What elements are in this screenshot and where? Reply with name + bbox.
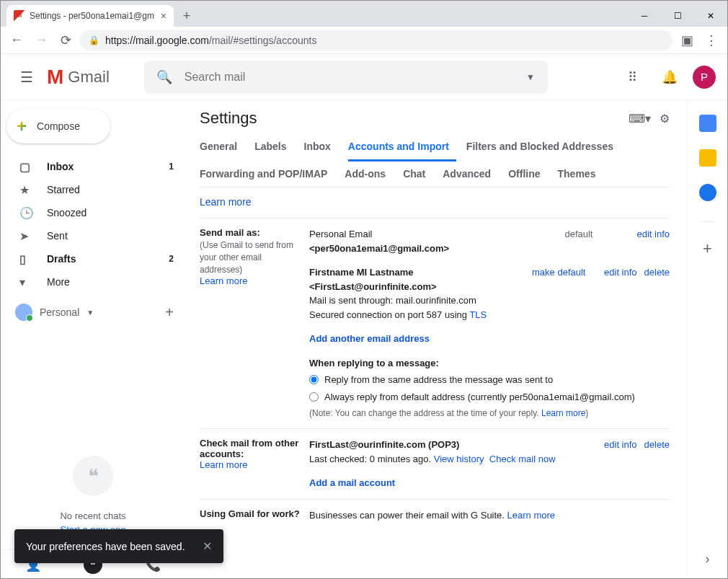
gear-icon[interactable]: ⚙ [660, 112, 670, 125]
section-title: Check mail from other accounts: [200, 438, 301, 459]
tab-filters[interactable]: Filters and Blocked Addresses [466, 133, 621, 161]
section-title: Send mail as: [200, 227, 301, 238]
account-avatar[interactable]: P [693, 66, 716, 89]
hangouts-empty-text: No recent chats [15, 511, 171, 521]
learn-more-link[interactable]: Learn more [200, 459, 247, 470]
calendar-addon-icon[interactable] [699, 115, 716, 132]
tab-labels[interactable]: Labels [254, 133, 293, 161]
tab-offline[interactable]: Offline [508, 161, 547, 187]
main-menu-button[interactable]: ☰ [12, 63, 41, 92]
lock-icon: 🔒 [89, 35, 99, 45]
check-mail-now-link[interactable]: Check mail now [489, 454, 556, 464]
learn-more-link[interactable]: Learn more [507, 510, 555, 521]
browser-toolbar: ← → ⟳ 🔒 https://mail.google.com/mail/#se… [1, 27, 727, 54]
learn-more-link[interactable]: Learn more [200, 196, 252, 208]
star-icon: ★ [19, 183, 34, 197]
tab-addons[interactable]: Add-ons [345, 161, 393, 187]
search-box[interactable]: 🔍 ▼ [144, 61, 548, 94]
default-label: default [564, 227, 636, 255]
hangouts-account-row[interactable]: Personal ▼ + [1, 304, 185, 321]
chat-bubble-icon: ❝ [73, 456, 113, 496]
gmail-logo[interactable]: M Gmail [47, 66, 110, 89]
nav-back-button[interactable]: ← [6, 30, 27, 50]
window-maximize-button[interactable]: ☐ [661, 5, 694, 27]
sidebar-item-label: Snoozed [47, 207, 86, 218]
learn-more-link[interactable]: Learn more [541, 408, 585, 418]
input-tools-icon[interactable]: ⌨▾ [629, 112, 651, 125]
tab-general[interactable]: General [200, 133, 244, 161]
send-icon: ➤ [19, 229, 34, 243]
tab-themes[interactable]: Themes [558, 161, 603, 187]
reply-heading: When replying to a message: [309, 356, 670, 371]
sidebar-item-starred[interactable]: ★ Starred [1, 178, 185, 201]
sidebar-item-drafts[interactable]: ▯ Drafts 2 [1, 247, 185, 270]
account-smtp-detail: Mail is sent through: mail.ourinfinite.c… [309, 293, 532, 308]
make-default-link[interactable]: make default [532, 267, 585, 278]
compose-button[interactable]: + Compose [6, 109, 110, 143]
gmail-m-icon: M [47, 66, 63, 89]
reply-same-address-radio[interactable] [309, 375, 319, 384]
add-mail-account-link[interactable]: Add a mail account [309, 477, 395, 488]
file-icon: ▯ [19, 252, 34, 266]
view-history-link[interactable]: View history [434, 454, 484, 464]
edit-info-link[interactable]: edit info [636, 229, 670, 239]
keep-addon-icon[interactable] [699, 149, 716, 167]
toast-message: Your preferences have been saved. [26, 541, 185, 552]
tab-title: Settings - per50ona1emai1@gm [30, 11, 156, 21]
tab-chat[interactable]: Chat [403, 161, 432, 187]
compose-label: Compose [37, 120, 80, 132]
learn-more-link[interactable]: Learn more [200, 275, 247, 286]
new-tab-button[interactable]: + [177, 6, 197, 26]
sidebar-item-label: Inbox [47, 161, 74, 172]
settings-content: Settings ⌨▾ ⚙ General Labels Inbox Accou… [185, 100, 687, 578]
settings-tabs: General Labels Inbox Accounts and Import… [200, 133, 670, 187]
search-input[interactable] [185, 71, 513, 84]
address-bar[interactable]: 🔒 https://mail.google.com/mail/#settings… [80, 30, 672, 50]
notifications-icon[interactable]: 🔔 [655, 63, 684, 92]
tab-inbox[interactable]: Inbox [304, 133, 338, 161]
tasks-addon-icon[interactable] [699, 184, 716, 201]
chevron-down-icon: ▾ [19, 275, 34, 289]
search-options-icon[interactable]: ▼ [519, 72, 542, 82]
tls-link[interactable]: TLS [469, 309, 487, 320]
reply-default-address-radio[interactable] [309, 392, 319, 402]
section-subtitle: (Use Gmail to send from your other email… [200, 239, 301, 275]
browser-tab[interactable]: Settings - per50ona1emai1@gm × [6, 5, 174, 27]
plus-icon: + [17, 116, 27, 136]
nav-forward-button[interactable]: → [31, 30, 51, 50]
tab-advanced[interactable]: Advanced [443, 161, 498, 187]
add-email-address-link[interactable]: Add another email address [309, 333, 430, 344]
tab-accounts-import[interactable]: Accounts and Import [348, 133, 456, 162]
sidebar-item-sent[interactable]: ➤ Sent [1, 224, 185, 247]
apps-grid-icon[interactable]: ⠿ [618, 63, 647, 92]
browser-profile-icon[interactable]: ▣ [677, 30, 697, 50]
search-icon[interactable]: 🔍 [150, 63, 179, 92]
gsuite-text: Businesses can power their email with G … [309, 510, 507, 521]
gmail-logo-text: Gmail [68, 68, 109, 87]
reply-option-label[interactable]: Always reply from default address (curre… [324, 390, 635, 405]
window-close-button[interactable]: ✕ [694, 5, 727, 27]
sidebar-item-snoozed[interactable]: 🕒 Snoozed [1, 201, 185, 224]
sidebar-item-count: 1 [169, 162, 174, 172]
tab-forwarding[interactable]: Forwarding and POP/IMAP [200, 161, 334, 187]
add-addon-button[interactable]: + [703, 239, 712, 258]
reply-note: (Note: You can change the address at the… [309, 407, 670, 420]
delete-link[interactable]: delete [644, 438, 670, 466]
side-panel-toggle[interactable]: › [706, 552, 710, 567]
edit-info-link[interactable]: edit info [604, 265, 637, 322]
account-name: Personal Email [309, 227, 564, 242]
section-title: Using Gmail for work? [200, 508, 301, 519]
toast-close-button[interactable]: ✕ [203, 539, 212, 553]
delete-link[interactable]: delete [644, 265, 670, 322]
reply-option-label[interactable]: Reply from the same address the message … [324, 373, 553, 387]
edit-info-link[interactable]: edit info [604, 438, 637, 466]
sidebar-item-more[interactable]: ▾ More [1, 270, 185, 293]
section-send-mail-as: Send mail as: (Use Gmail to send from yo… [200, 218, 670, 428]
sidebar-item-inbox[interactable]: ▢ Inbox 1 [1, 155, 185, 178]
presence-avatar-icon [15, 304, 32, 321]
window-minimize-button[interactable]: ─ [628, 5, 661, 27]
browser-menu-icon[interactable]: ⋮ [701, 30, 722, 50]
nav-reload-button[interactable]: ⟳ [56, 30, 76, 50]
tab-close-icon[interactable]: × [161, 10, 167, 22]
new-hangout-button[interactable]: + [165, 304, 174, 321]
